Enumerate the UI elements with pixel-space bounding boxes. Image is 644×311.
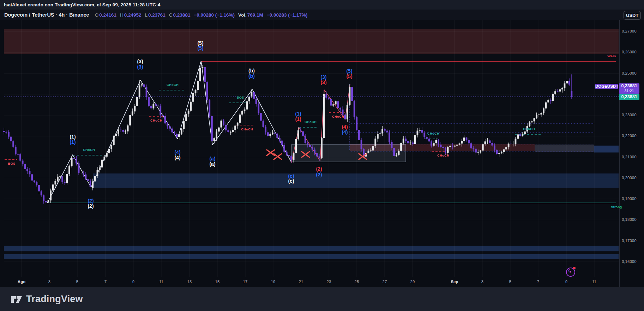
close-label: C — [169, 12, 173, 18]
footer-bar: TradingView — [0, 287, 644, 311]
attribution-bar: IsaiAlexei creado con TradingView.com, e… — [0, 0, 644, 10]
chart-header: Dogecoin / TetherUS · 4h · Binance O 0,2… — [0, 10, 644, 20]
symbol-price-tag: DOGEUSDT — [595, 84, 618, 89]
lower-band-b — [4, 254, 619, 259]
chart-plot[interactable] — [0, 0, 644, 311]
notification-dot — [573, 267, 576, 269]
tradingview-logo-icon — [11, 294, 23, 305]
high-label: H — [120, 12, 124, 18]
volume-value: 769,1M — [247, 12, 263, 18]
last-price-tag: 0,23881 31:21 — [619, 83, 639, 94]
last-price-value: 0,23881 — [619, 83, 639, 89]
change-value: −0,00280 (−1,16%) — [194, 12, 235, 18]
supply-zone — [4, 29, 619, 54]
low-value: 0,23761 — [148, 12, 165, 18]
mid-navy-band — [594, 146, 619, 153]
open-label: O — [95, 12, 99, 18]
mid-lavender-band — [535, 145, 594, 152]
open-value: 0,24161 — [99, 12, 116, 18]
demand-zone — [93, 174, 619, 188]
lower-band-a — [4, 246, 619, 251]
volume-change: −0,00283 (−1,17%) — [267, 12, 308, 18]
close-value: 0,23881 — [173, 12, 191, 18]
bar-countdown: 31:21 — [619, 89, 639, 93]
tradingview-wordmark: TradingView — [26, 294, 83, 305]
page-title: IsaiAlexei creado con TradingView.com, e… — [4, 2, 160, 7]
price-axis-divider — [619, 20, 620, 287]
low-label: L — [145, 12, 148, 18]
boost-icon[interactable]: ϟ — [566, 268, 575, 277]
tradingview-logo[interactable]: TradingView — [11, 294, 83, 305]
currency-toggle-button[interactable]: USDT — [624, 11, 641, 20]
volume-label: Vol. — [238, 12, 247, 18]
close-price-tag: 0,23881 — [619, 94, 639, 100]
lightning-icon: ϟ — [568, 268, 571, 275]
symbol-title[interactable]: Dogecoin / TetherUS · 4h · Binance — [4, 12, 89, 18]
consolidation-box — [291, 145, 406, 162]
high-value: 0,24952 — [124, 12, 142, 18]
